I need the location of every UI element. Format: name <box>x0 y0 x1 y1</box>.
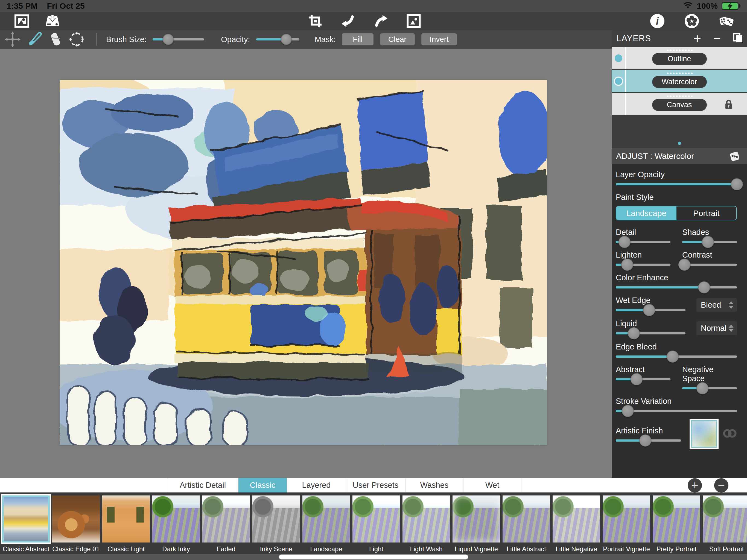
contrast-slider[interactable] <box>682 263 737 266</box>
visibility-dot[interactable] <box>615 54 622 62</box>
preset-item[interactable]: Light Wash <box>403 495 450 560</box>
eraser-tool-icon[interactable] <box>47 31 64 48</box>
mask-clear-button[interactable]: Clear <box>380 33 415 45</box>
preset-thumbnail <box>503 495 550 542</box>
preset-item[interactable]: Portrait Vignette <box>602 495 650 560</box>
drag-handle[interactable] <box>666 73 693 74</box>
wet-edge-slider[interactable] <box>616 309 686 311</box>
preset-item[interactable]: Landscape <box>302 495 350 560</box>
brush-size-slider[interactable] <box>153 38 204 41</box>
settings-flower-icon[interactable] <box>684 14 699 29</box>
negative-space-slider[interactable] <box>682 387 737 389</box>
abstract-slider[interactable] <box>616 378 670 380</box>
layer-name-pill[interactable]: Outline <box>652 53 707 65</box>
layer-row-canvas[interactable]: Canvas <box>612 93 747 116</box>
svg-text:i: i <box>656 16 659 27</box>
drag-handle[interactable] <box>666 50 693 51</box>
lighten-slider[interactable] <box>616 263 670 266</box>
remove-layer-icon[interactable]: − <box>713 32 721 45</box>
preset-item[interactable]: Soft Portrait <box>703 495 747 560</box>
info-icon[interactable]: i <box>650 14 665 29</box>
opacity-slider[interactable] <box>256 38 300 41</box>
stepper-arrows-icon <box>729 325 733 332</box>
move-tool-icon[interactable] <box>4 31 21 48</box>
tab-artistic-detail[interactable]: Artistic Detail <box>168 478 238 492</box>
mask-invert-button[interactable]: Invert <box>421 33 457 45</box>
page-indicator-dot[interactable] <box>678 142 681 145</box>
filmstrip-scroll-track[interactable] <box>0 554 747 560</box>
artistic-finish-slider[interactable] <box>616 439 681 441</box>
layer-opacity-label: Layer Opacity <box>616 170 737 179</box>
painting-canvas[interactable] <box>60 80 547 445</box>
preset-item[interactable]: Little Abstract <box>503 495 550 560</box>
status-bar: 1:35 PM Fri Oct 25 100% <box>0 0 747 12</box>
edge-bleed-slider[interactable] <box>616 355 737 358</box>
tab-user-presets[interactable]: User Presets <box>346 478 406 492</box>
duplicate-layer-icon[interactable] <box>733 33 743 44</box>
tools-row: Brush Size: Opacity: Mask: Fill Clear In… <box>0 30 612 49</box>
preset-item[interactable]: Classic Edge 01 <box>52 495 100 560</box>
paint-style-landscape[interactable]: Landscape <box>616 206 676 220</box>
wet-edge-mode-value: Bleed <box>701 301 721 309</box>
preset-item[interactable]: Dark Inky Contrast <box>152 495 200 560</box>
redo-icon[interactable] <box>373 14 389 29</box>
stroke-variation-label: Stroke Variation <box>616 397 737 406</box>
paint-style-segmented: Landscape Portrait <box>616 206 737 221</box>
layers-title: LAYERS <box>617 34 651 44</box>
preview-image-icon[interactable] <box>406 14 421 29</box>
status-time: 1:35 PM <box>6 1 37 11</box>
tab-classic[interactable]: Classic <box>238 478 287 492</box>
add-layer-icon[interactable]: + <box>693 32 701 45</box>
edge-bleed-label: Edge Bleed <box>616 342 737 351</box>
preset-item[interactable]: Pretty Portrait <box>653 495 700 560</box>
preset-item[interactable]: Classic Abstract <box>2 495 50 560</box>
preset-item[interactable]: Faded Landscape <box>202 495 250 560</box>
layer-opacity-slider[interactable] <box>616 183 737 185</box>
tab-washes[interactable]: Washes <box>406 478 463 492</box>
liquid-mode-dropdown[interactable]: Normal <box>696 321 737 335</box>
randomize-die-icon[interactable] <box>728 151 741 163</box>
preset-item[interactable]: Liquid Vignette <box>453 495 500 560</box>
stroke-variation-slider[interactable] <box>616 410 737 412</box>
layer-row-watercolor[interactable]: Watercolor <box>612 70 747 93</box>
workspace <box>0 49 612 478</box>
filmstrip-scroll-thumb[interactable] <box>279 555 468 559</box>
tab-layered[interactable]: Layered <box>287 478 346 492</box>
mask-label: Mask: <box>315 35 336 44</box>
detail-slider[interactable] <box>616 241 670 243</box>
undo-icon[interactable] <box>340 14 356 29</box>
shades-slider[interactable] <box>682 241 737 243</box>
preset-item[interactable]: Classic Light Inky <box>102 495 150 560</box>
color-enhance-slider[interactable] <box>616 286 737 288</box>
preset-item[interactable]: Light Landscape <box>353 495 400 560</box>
preset-thumbnail <box>52 495 100 542</box>
preset-thumbnail <box>353 495 400 542</box>
add-preset-button[interactable]: + <box>688 478 702 492</box>
brush-tool-icon[interactable] <box>25 31 43 48</box>
wet-edge-mode-dropdown[interactable]: Bleed <box>696 298 737 312</box>
preset-thumbnail <box>302 495 350 542</box>
artistic-finish-label: Artistic Finish <box>616 426 681 435</box>
drag-handle[interactable] <box>666 96 693 97</box>
visibility-dot[interactable] <box>614 77 623 86</box>
remove-preset-button[interactable]: − <box>714 478 728 492</box>
photos-icon[interactable] <box>14 14 29 29</box>
paint-style-portrait[interactable]: Portrait <box>676 206 737 220</box>
preset-item[interactable]: Inky Scene <box>252 495 300 560</box>
preset-item[interactable]: Little Negative <box>552 495 600 560</box>
preset-thumbnail <box>653 495 700 542</box>
liquid-slider[interactable] <box>616 332 686 334</box>
layer-row-outline[interactable]: Outline <box>612 47 747 70</box>
crop-icon[interactable] <box>308 14 323 29</box>
link-chain-icon[interactable] <box>723 429 737 439</box>
layer-name-pill[interactable]: Watercolor <box>652 76 707 88</box>
mask-fill-button[interactable]: Fill <box>342 33 374 45</box>
lasso-tool-icon[interactable] <box>68 31 85 48</box>
layer-name-pill[interactable]: Canvas <box>652 99 707 111</box>
save-icon[interactable] <box>45 14 60 29</box>
battery-charging-icon <box>722 2 741 10</box>
tab-wet[interactable]: Wet <box>463 478 521 492</box>
artistic-finish-swatch[interactable] <box>691 420 717 448</box>
randomize-dice-icon[interactable] <box>719 14 734 29</box>
wifi-icon <box>683 2 693 10</box>
